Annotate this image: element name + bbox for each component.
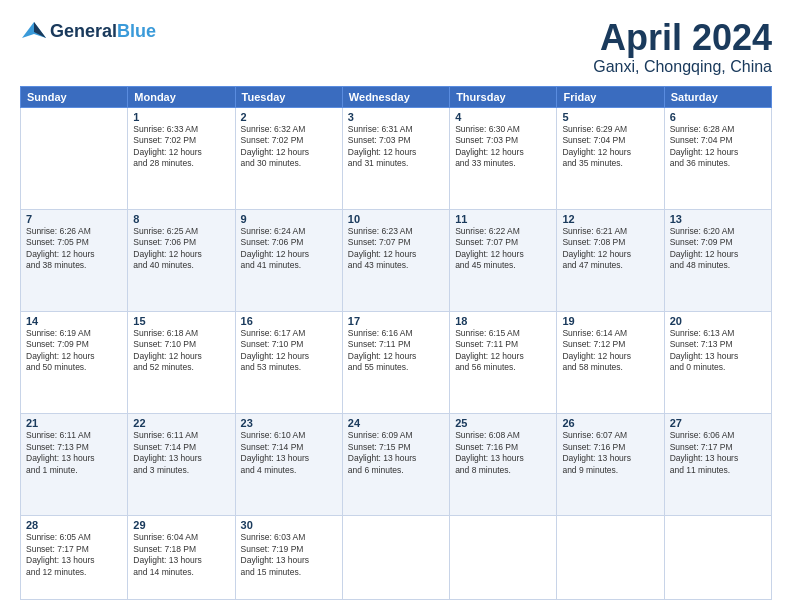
col-sunday: Sunday	[21, 86, 128, 107]
calendar-cell: 26Sunrise: 6:07 AM Sunset: 7:16 PM Dayli…	[557, 414, 664, 516]
calendar-cell: 25Sunrise: 6:08 AM Sunset: 7:16 PM Dayli…	[450, 414, 557, 516]
day-number: 25	[455, 417, 551, 429]
calendar-cell: 16Sunrise: 6:17 AM Sunset: 7:10 PM Dayli…	[235, 311, 342, 413]
calendar-cell: 5Sunrise: 6:29 AM Sunset: 7:04 PM Daylig…	[557, 107, 664, 209]
day-number: 24	[348, 417, 444, 429]
day-number: 21	[26, 417, 122, 429]
day-number: 23	[241, 417, 337, 429]
day-number: 29	[133, 519, 229, 531]
calendar-cell	[450, 516, 557, 600]
calendar-cell: 6Sunrise: 6:28 AM Sunset: 7:04 PM Daylig…	[664, 107, 771, 209]
calendar-cell: 11Sunrise: 6:22 AM Sunset: 7:07 PM Dayli…	[450, 209, 557, 311]
day-number: 13	[670, 213, 766, 225]
calendar-cell: 24Sunrise: 6:09 AM Sunset: 7:15 PM Dayli…	[342, 414, 449, 516]
calendar-cell: 4Sunrise: 6:30 AM Sunset: 7:03 PM Daylig…	[450, 107, 557, 209]
day-info: Sunrise: 6:05 AM Sunset: 7:17 PM Dayligh…	[26, 532, 122, 578]
day-info: Sunrise: 6:06 AM Sunset: 7:17 PM Dayligh…	[670, 430, 766, 476]
day-number: 1	[133, 111, 229, 123]
day-number: 15	[133, 315, 229, 327]
day-number: 26	[562, 417, 658, 429]
day-number: 17	[348, 315, 444, 327]
col-monday: Monday	[128, 86, 235, 107]
calendar-cell: 18Sunrise: 6:15 AM Sunset: 7:11 PM Dayli…	[450, 311, 557, 413]
calendar-cell	[664, 516, 771, 600]
calendar-cell: 15Sunrise: 6:18 AM Sunset: 7:10 PM Dayli…	[128, 311, 235, 413]
logo-text-blue: Blue	[117, 21, 156, 41]
day-info: Sunrise: 6:28 AM Sunset: 7:04 PM Dayligh…	[670, 124, 766, 170]
day-info: Sunrise: 6:14 AM Sunset: 7:12 PM Dayligh…	[562, 328, 658, 374]
day-number: 18	[455, 315, 551, 327]
day-info: Sunrise: 6:31 AM Sunset: 7:03 PM Dayligh…	[348, 124, 444, 170]
day-number: 27	[670, 417, 766, 429]
calendar-cell: 27Sunrise: 6:06 AM Sunset: 7:17 PM Dayli…	[664, 414, 771, 516]
day-info: Sunrise: 6:17 AM Sunset: 7:10 PM Dayligh…	[241, 328, 337, 374]
subtitle: Ganxi, Chongqing, China	[593, 58, 772, 76]
day-number: 22	[133, 417, 229, 429]
day-number: 11	[455, 213, 551, 225]
day-info: Sunrise: 6:11 AM Sunset: 7:14 PM Dayligh…	[133, 430, 229, 476]
calendar-cell: 8Sunrise: 6:25 AM Sunset: 7:06 PM Daylig…	[128, 209, 235, 311]
day-info: Sunrise: 6:16 AM Sunset: 7:11 PM Dayligh…	[348, 328, 444, 374]
day-number: 12	[562, 213, 658, 225]
calendar-cell: 22Sunrise: 6:11 AM Sunset: 7:14 PM Dayli…	[128, 414, 235, 516]
day-info: Sunrise: 6:09 AM Sunset: 7:15 PM Dayligh…	[348, 430, 444, 476]
logo-bird-icon	[20, 18, 48, 46]
day-number: 20	[670, 315, 766, 327]
day-info: Sunrise: 6:08 AM Sunset: 7:16 PM Dayligh…	[455, 430, 551, 476]
day-number: 28	[26, 519, 122, 531]
day-info: Sunrise: 6:26 AM Sunset: 7:05 PM Dayligh…	[26, 226, 122, 272]
day-info: Sunrise: 6:13 AM Sunset: 7:13 PM Dayligh…	[670, 328, 766, 374]
day-number: 4	[455, 111, 551, 123]
day-info: Sunrise: 6:04 AM Sunset: 7:18 PM Dayligh…	[133, 532, 229, 578]
day-info: Sunrise: 6:15 AM Sunset: 7:11 PM Dayligh…	[455, 328, 551, 374]
day-info: Sunrise: 6:20 AM Sunset: 7:09 PM Dayligh…	[670, 226, 766, 272]
day-info: Sunrise: 6:18 AM Sunset: 7:10 PM Dayligh…	[133, 328, 229, 374]
calendar-cell: 29Sunrise: 6:04 AM Sunset: 7:18 PM Dayli…	[128, 516, 235, 600]
day-number: 14	[26, 315, 122, 327]
day-info: Sunrise: 6:25 AM Sunset: 7:06 PM Dayligh…	[133, 226, 229, 272]
calendar-header-row: Sunday Monday Tuesday Wednesday Thursday…	[21, 86, 772, 107]
calendar-cell: 21Sunrise: 6:11 AM Sunset: 7:13 PM Dayli…	[21, 414, 128, 516]
day-info: Sunrise: 6:11 AM Sunset: 7:13 PM Dayligh…	[26, 430, 122, 476]
calendar-cell: 13Sunrise: 6:20 AM Sunset: 7:09 PM Dayli…	[664, 209, 771, 311]
day-number: 9	[241, 213, 337, 225]
calendar-cell: 10Sunrise: 6:23 AM Sunset: 7:07 PM Dayli…	[342, 209, 449, 311]
day-info: Sunrise: 6:10 AM Sunset: 7:14 PM Dayligh…	[241, 430, 337, 476]
logo: GeneralBlue	[20, 18, 156, 46]
day-info: Sunrise: 6:03 AM Sunset: 7:19 PM Dayligh…	[241, 532, 337, 578]
page: GeneralBlue April 2024 Ganxi, Chongqing,…	[0, 0, 792, 612]
calendar-cell: 17Sunrise: 6:16 AM Sunset: 7:11 PM Dayli…	[342, 311, 449, 413]
calendar-cell: 23Sunrise: 6:10 AM Sunset: 7:14 PM Dayli…	[235, 414, 342, 516]
day-info: Sunrise: 6:23 AM Sunset: 7:07 PM Dayligh…	[348, 226, 444, 272]
calendar-cell: 7Sunrise: 6:26 AM Sunset: 7:05 PM Daylig…	[21, 209, 128, 311]
day-info: Sunrise: 6:33 AM Sunset: 7:02 PM Dayligh…	[133, 124, 229, 170]
calendar-cell: 19Sunrise: 6:14 AM Sunset: 7:12 PM Dayli…	[557, 311, 664, 413]
col-wednesday: Wednesday	[342, 86, 449, 107]
day-number: 7	[26, 213, 122, 225]
day-number: 8	[133, 213, 229, 225]
day-info: Sunrise: 6:07 AM Sunset: 7:16 PM Dayligh…	[562, 430, 658, 476]
day-info: Sunrise: 6:24 AM Sunset: 7:06 PM Dayligh…	[241, 226, 337, 272]
calendar-cell: 12Sunrise: 6:21 AM Sunset: 7:08 PM Dayli…	[557, 209, 664, 311]
day-number: 6	[670, 111, 766, 123]
day-info: Sunrise: 6:30 AM Sunset: 7:03 PM Dayligh…	[455, 124, 551, 170]
day-info: Sunrise: 6:22 AM Sunset: 7:07 PM Dayligh…	[455, 226, 551, 272]
day-info: Sunrise: 6:29 AM Sunset: 7:04 PM Dayligh…	[562, 124, 658, 170]
day-number: 16	[241, 315, 337, 327]
calendar-cell: 14Sunrise: 6:19 AM Sunset: 7:09 PM Dayli…	[21, 311, 128, 413]
logo-text-general: General	[50, 21, 117, 41]
calendar-cell: 1Sunrise: 6:33 AM Sunset: 7:02 PM Daylig…	[128, 107, 235, 209]
day-number: 2	[241, 111, 337, 123]
day-number: 3	[348, 111, 444, 123]
calendar-table: Sunday Monday Tuesday Wednesday Thursday…	[20, 86, 772, 600]
day-number: 19	[562, 315, 658, 327]
calendar-cell: 20Sunrise: 6:13 AM Sunset: 7:13 PM Dayli…	[664, 311, 771, 413]
col-friday: Friday	[557, 86, 664, 107]
calendar-cell	[342, 516, 449, 600]
day-number: 30	[241, 519, 337, 531]
calendar-cell	[21, 107, 128, 209]
day-number: 5	[562, 111, 658, 123]
day-info: Sunrise: 6:32 AM Sunset: 7:02 PM Dayligh…	[241, 124, 337, 170]
col-saturday: Saturday	[664, 86, 771, 107]
calendar-cell: 30Sunrise: 6:03 AM Sunset: 7:19 PM Dayli…	[235, 516, 342, 600]
